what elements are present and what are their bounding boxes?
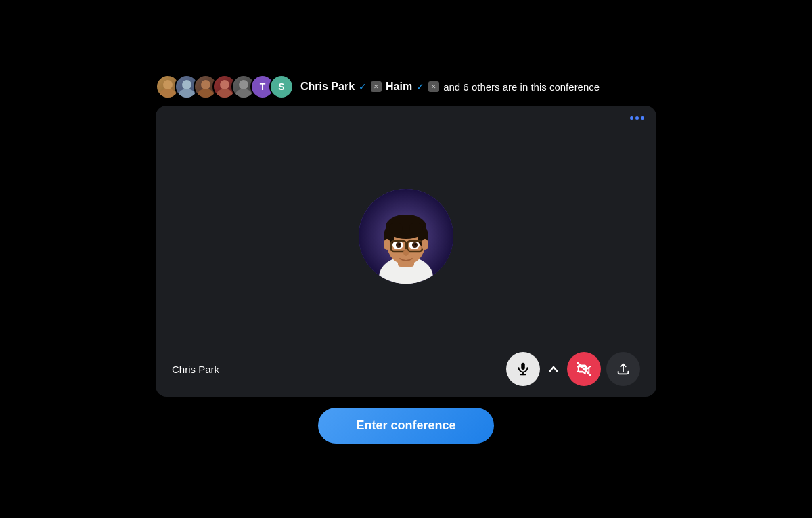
share-icon bbox=[616, 362, 631, 376]
svg-point-0 bbox=[163, 80, 173, 89]
video-bottom-bar: Chris Park bbox=[156, 341, 656, 397]
svg-point-36 bbox=[422, 239, 428, 250]
video-participant-name: Chris Park bbox=[172, 364, 219, 375]
dot3 bbox=[641, 116, 644, 120]
mic-button[interactable] bbox=[506, 352, 540, 386]
svg-point-35 bbox=[384, 239, 390, 250]
svg-point-1 bbox=[160, 89, 176, 98]
svg-point-8 bbox=[239, 80, 248, 89]
svg-point-4 bbox=[201, 80, 210, 89]
chevron-up-icon bbox=[549, 364, 558, 374]
svg-point-7 bbox=[217, 89, 233, 98]
avatar-p7: S bbox=[269, 74, 294, 99]
enter-conference-button[interactable]: Enter conference bbox=[318, 408, 494, 444]
others-text: and 6 others are in this conference bbox=[443, 81, 600, 93]
bottom-controls bbox=[506, 352, 640, 386]
dot2 bbox=[635, 116, 639, 120]
user-face-svg bbox=[359, 189, 453, 284]
video-off-icon bbox=[577, 362, 591, 376]
video-card: Chris Park bbox=[156, 106, 656, 397]
svg-point-6 bbox=[220, 80, 229, 89]
video-top-bar bbox=[156, 106, 656, 131]
video-toggle-button[interactable] bbox=[567, 352, 601, 386]
user-avatar-large bbox=[359, 189, 453, 284]
dot1 bbox=[630, 116, 633, 120]
share-button[interactable] bbox=[606, 352, 640, 386]
svg-point-5 bbox=[198, 89, 214, 98]
svg-point-34 bbox=[403, 249, 409, 256]
participant2-verified-icon: ✓ bbox=[416, 81, 424, 92]
svg-point-27 bbox=[399, 243, 401, 245]
svg-point-22 bbox=[409, 223, 423, 234]
participant1-verified-icon: ✓ bbox=[359, 81, 367, 92]
svg-point-21 bbox=[389, 223, 403, 234]
svg-rect-37 bbox=[521, 363, 525, 370]
svg-point-9 bbox=[235, 89, 252, 98]
remove-participant1-button[interactable]: ✕ bbox=[371, 81, 382, 92]
svg-point-3 bbox=[179, 89, 195, 98]
mic-options-button[interactable] bbox=[545, 361, 562, 377]
participant1-name: Chris Park bbox=[300, 81, 355, 93]
video-center bbox=[156, 131, 656, 341]
conference-header: T S Chris Park ✓ ✕ Haim ✓ ✕ and 6 others… bbox=[156, 74, 656, 99]
conference-info: Chris Park ✓ ✕ Haim ✓ ✕ and 6 others are… bbox=[300, 81, 600, 93]
participant2-name: Haim bbox=[386, 81, 412, 93]
mic-icon bbox=[516, 362, 531, 376]
avatar-stack: T S bbox=[156, 74, 294, 99]
svg-point-2 bbox=[182, 80, 191, 89]
remove-participant2-button[interactable]: ✕ bbox=[428, 81, 439, 92]
svg-point-28 bbox=[415, 243, 417, 245]
more-options-button[interactable] bbox=[630, 116, 644, 120]
